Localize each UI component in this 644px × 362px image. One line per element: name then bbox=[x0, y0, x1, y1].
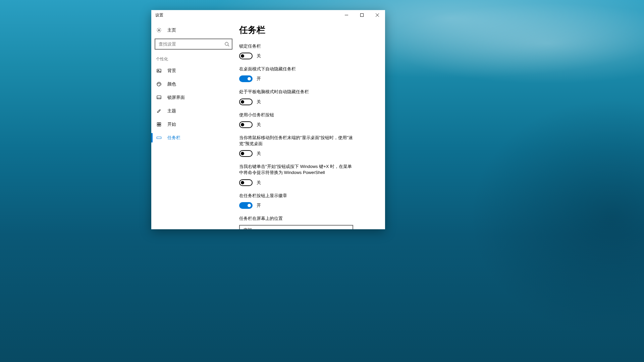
setting-autohide-desktop: 在桌面模式下自动隐藏任务栏 开 bbox=[239, 66, 353, 82]
svg-rect-0 bbox=[361, 14, 364, 17]
titlebar: 设置 bbox=[151, 10, 385, 20]
taskbar-icon bbox=[156, 135, 162, 141]
sidebar-item-taskbar[interactable]: 任务栏 bbox=[151, 131, 236, 144]
page-heading: 任务栏 bbox=[239, 24, 369, 36]
sidebar-item-label: 锁屏界面 bbox=[167, 95, 185, 101]
setting-powershell-replace: 当我右键单击"开始"按钮或按下 Windows 键+X 时，在菜单中将命令提示符… bbox=[239, 164, 353, 186]
svg-point-7 bbox=[160, 83, 160, 84]
sidebar-item-colors[interactable]: 颜色 bbox=[151, 77, 236, 91]
content-pane: 任务栏 锁定任务栏 关 在桌面模式下自动隐藏任务栏 开 bbox=[236, 20, 385, 229]
setting-label: 在桌面模式下自动隐藏任务栏 bbox=[239, 66, 353, 72]
setting-peek-preview: 当你将鼠标移动到任务栏末端的"显示桌面"按钮时，使用"速览"预览桌面 关 bbox=[239, 135, 353, 157]
toggle-state: 关 bbox=[257, 53, 261, 59]
setting-label: 使用小任务栏按钮 bbox=[239, 112, 353, 118]
dropdown-taskbar-position[interactable]: 底部 bbox=[239, 225, 353, 229]
setting-label: 任务栏在屏幕上的位置 bbox=[239, 216, 353, 222]
setting-autohide-tablet: 处于平板电脑模式时自动隐藏任务栏 关 bbox=[239, 89, 353, 105]
minimize-icon bbox=[345, 13, 348, 17]
start-icon bbox=[156, 121, 162, 127]
setting-label: 当我右键单击"开始"按钮或按下 Windows 键+X 时，在菜单中将命令提示符… bbox=[239, 164, 353, 176]
minimize-button[interactable] bbox=[339, 10, 354, 20]
svg-rect-8 bbox=[157, 96, 161, 99]
search-container bbox=[151, 37, 236, 53]
sidebar-item-start[interactable]: 开始 bbox=[151, 118, 236, 131]
sidebar: 主页 个性化 背景 bbox=[151, 20, 236, 229]
setting-label: 锁定任务栏 bbox=[239, 43, 353, 49]
setting-label: 处于平板电脑模式时自动隐藏任务栏 bbox=[239, 89, 353, 95]
toggle-state: 关 bbox=[257, 99, 261, 105]
svg-rect-9 bbox=[157, 123, 159, 124]
sidebar-category: 个性化 bbox=[151, 53, 236, 64]
dropdown-value: 底部 bbox=[243, 227, 252, 229]
toggle-state: 关 bbox=[257, 180, 261, 186]
setting-label: 在任务栏按钮上显示徽章 bbox=[239, 193, 353, 199]
toggle-small-buttons[interactable] bbox=[239, 121, 253, 128]
maximize-button[interactable] bbox=[354, 10, 370, 20]
toggle-autohide-tablet[interactable] bbox=[239, 99, 253, 105]
settings-window: 设置 主页 bbox=[151, 10, 385, 229]
palette-icon bbox=[156, 81, 162, 87]
window-controls bbox=[339, 10, 385, 20]
sidebar-item-label: 开始 bbox=[167, 121, 176, 127]
toggle-state: 关 bbox=[257, 122, 261, 128]
lockscreen-icon bbox=[156, 95, 162, 101]
toggle-state: 开 bbox=[257, 76, 261, 82]
svg-point-2 bbox=[225, 42, 228, 45]
svg-point-5 bbox=[158, 83, 158, 84]
desktop-background: 设置 主页 bbox=[0, 0, 644, 362]
setting-taskbar-position: 任务栏在屏幕上的位置 底部 bbox=[239, 216, 353, 229]
sidebar-item-background[interactable]: 背景 bbox=[151, 64, 236, 77]
toggle-show-badges[interactable] bbox=[239, 202, 253, 209]
setting-show-badges: 在任务栏按钮上显示徽章 开 bbox=[239, 193, 353, 209]
sidebar-home[interactable]: 主页 bbox=[151, 23, 236, 37]
window-title: 设置 bbox=[151, 12, 163, 18]
toggle-state: 关 bbox=[257, 150, 261, 157]
sidebar-item-lockscreen[interactable]: 锁屏界面 bbox=[151, 91, 236, 104]
search-input[interactable] bbox=[155, 39, 232, 50]
setting-lock-taskbar: 锁定任务栏 关 bbox=[239, 43, 353, 59]
sidebar-home-label: 主页 bbox=[167, 27, 176, 33]
maximize-icon bbox=[360, 13, 364, 17]
toggle-peek-preview[interactable] bbox=[239, 150, 253, 157]
close-button[interactable] bbox=[370, 10, 385, 20]
search-icon bbox=[224, 42, 230, 47]
image-icon bbox=[156, 68, 162, 74]
setting-label: 当你将鼠标移动到任务栏末端的"显示桌面"按钮时，使用"速览"预览桌面 bbox=[239, 135, 353, 147]
svg-point-1 bbox=[158, 29, 160, 31]
chevron-down-icon bbox=[345, 228, 349, 229]
svg-rect-11 bbox=[157, 125, 159, 126]
sidebar-item-themes[interactable]: 主题 bbox=[151, 104, 236, 118]
brush-icon bbox=[156, 108, 162, 114]
sidebar-item-label: 背景 bbox=[167, 68, 176, 74]
svg-rect-10 bbox=[159, 123, 161, 124]
gear-icon bbox=[156, 27, 162, 33]
sidebar-item-label: 颜色 bbox=[167, 81, 176, 87]
setting-small-buttons: 使用小任务栏按钮 关 bbox=[239, 112, 353, 128]
toggle-autohide-desktop[interactable] bbox=[239, 75, 253, 82]
toggle-state: 开 bbox=[257, 202, 261, 208]
svg-point-6 bbox=[159, 83, 159, 83]
toggle-lock-taskbar[interactable] bbox=[239, 53, 253, 59]
sidebar-item-label: 任务栏 bbox=[167, 135, 180, 141]
window-body: 主页 个性化 背景 bbox=[151, 20, 385, 229]
sidebar-item-label: 主题 bbox=[167, 108, 176, 114]
close-icon bbox=[376, 13, 379, 17]
svg-rect-12 bbox=[159, 125, 161, 126]
svg-rect-13 bbox=[157, 137, 161, 138]
toggle-powershell-replace[interactable] bbox=[239, 179, 253, 186]
